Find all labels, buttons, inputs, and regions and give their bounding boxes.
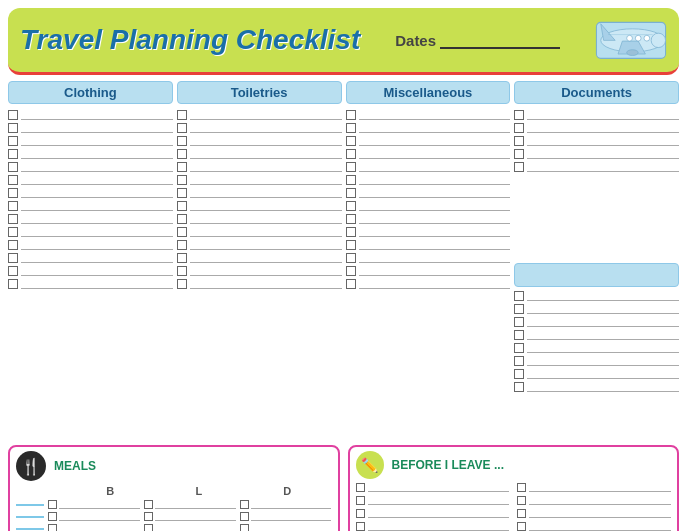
- before-leave-section: ✏️ BEFORE I LEAVE ...: [348, 445, 680, 531]
- checkbox[interactable]: [8, 253, 18, 263]
- before-checkbox[interactable]: [517, 483, 526, 492]
- checkbox[interactable]: [346, 123, 356, 133]
- list-item: [8, 266, 173, 276]
- checkbox[interactable]: [346, 162, 356, 172]
- checkbox[interactable]: [514, 136, 524, 146]
- checkbox[interactable]: [514, 343, 524, 353]
- meal-checkbox[interactable]: [144, 524, 153, 531]
- meal-entry: [144, 512, 236, 521]
- meal-entry: [48, 512, 140, 521]
- checkbox[interactable]: [177, 227, 187, 237]
- meal-col-l: L: [155, 485, 244, 497]
- checkbox[interactable]: [346, 266, 356, 276]
- checkbox[interactable]: [177, 149, 187, 159]
- checkbox[interactable]: [514, 149, 524, 159]
- checkbox[interactable]: [8, 240, 18, 250]
- checkbox[interactable]: [346, 253, 356, 263]
- meal-line: [155, 512, 236, 521]
- checkbox[interactable]: [8, 136, 18, 146]
- meal-checkbox[interactable]: [48, 500, 57, 509]
- checkbox[interactable]: [177, 240, 187, 250]
- item-line: [359, 175, 511, 185]
- checkbox[interactable]: [514, 382, 524, 392]
- list-item: [177, 175, 342, 185]
- checkbox[interactable]: [177, 188, 187, 198]
- checkbox[interactable]: [514, 162, 524, 172]
- item-line: [190, 136, 342, 146]
- item-line: [21, 175, 173, 185]
- meal-col-d: D: [243, 485, 332, 497]
- checkbox[interactable]: [346, 240, 356, 250]
- before-line: [368, 522, 510, 531]
- before-line: [368, 483, 510, 492]
- before-checkbox[interactable]: [517, 522, 526, 531]
- checkbox[interactable]: [346, 188, 356, 198]
- checkbox[interactable]: [514, 369, 524, 379]
- checkbox[interactable]: [514, 317, 524, 327]
- checkbox[interactable]: [177, 214, 187, 224]
- checkbox[interactable]: [177, 279, 187, 289]
- checkbox[interactable]: [8, 266, 18, 276]
- before-checkbox[interactable]: [356, 522, 365, 531]
- checkbox[interactable]: [177, 136, 187, 146]
- checkbox[interactable]: [8, 149, 18, 159]
- documents-list-bottom: [514, 291, 679, 440]
- before-line: [529, 496, 671, 505]
- checkbox[interactable]: [346, 227, 356, 237]
- meal-checkbox[interactable]: [144, 500, 153, 509]
- checkbox[interactable]: [514, 291, 524, 301]
- meal-checkbox[interactable]: [240, 524, 249, 531]
- item-line: [190, 266, 342, 276]
- item-line: [359, 162, 511, 172]
- checkbox[interactable]: [514, 110, 524, 120]
- checkbox[interactable]: [8, 201, 18, 211]
- checkbox[interactable]: [346, 201, 356, 211]
- checkbox[interactable]: [177, 110, 187, 120]
- checkbox[interactable]: [8, 227, 18, 237]
- list-item: [346, 149, 511, 159]
- list-item: [8, 123, 173, 133]
- dates-input-line[interactable]: [440, 31, 560, 49]
- checkbox[interactable]: [177, 266, 187, 276]
- meal-checkbox[interactable]: [240, 512, 249, 521]
- meal-entry: [48, 500, 140, 509]
- checkbox[interactable]: [177, 253, 187, 263]
- checkbox[interactable]: [8, 123, 18, 133]
- checkbox[interactable]: [8, 214, 18, 224]
- list-item: [8, 188, 173, 198]
- checkbox[interactable]: [346, 214, 356, 224]
- checkbox[interactable]: [346, 149, 356, 159]
- before-checkbox[interactable]: [356, 483, 365, 492]
- checkbox[interactable]: [514, 356, 524, 366]
- checkbox[interactable]: [514, 304, 524, 314]
- before-checkbox[interactable]: [356, 509, 365, 518]
- checkbox[interactable]: [514, 330, 524, 340]
- meal-checkbox[interactable]: [144, 512, 153, 521]
- checkbox[interactable]: [177, 123, 187, 133]
- checkbox[interactable]: [8, 110, 18, 120]
- before-line: [529, 522, 671, 531]
- meal-line: [59, 500, 140, 509]
- meal-checkbox[interactable]: [48, 524, 57, 531]
- checkbox[interactable]: [177, 201, 187, 211]
- before-checkbox[interactable]: [517, 496, 526, 505]
- meal-checkbox[interactable]: [48, 512, 57, 521]
- list-item: [514, 304, 679, 314]
- checkbox[interactable]: [8, 188, 18, 198]
- checkbox[interactable]: [346, 175, 356, 185]
- checkbox[interactable]: [177, 175, 187, 185]
- checkbox[interactable]: [177, 162, 187, 172]
- checkbox[interactable]: [514, 123, 524, 133]
- checkbox[interactable]: [346, 136, 356, 146]
- before-checkbox[interactable]: [356, 496, 365, 505]
- item-line: [359, 227, 511, 237]
- meal-checkbox[interactable]: [240, 500, 249, 509]
- before-checkbox[interactable]: [517, 509, 526, 518]
- checkbox[interactable]: [346, 279, 356, 289]
- checkbox[interactable]: [8, 162, 18, 172]
- checkbox[interactable]: [346, 110, 356, 120]
- item-line: [359, 201, 511, 211]
- checkbox[interactable]: [8, 175, 18, 185]
- meals-columns-header: B L D: [16, 485, 332, 497]
- checkbox[interactable]: [8, 279, 18, 289]
